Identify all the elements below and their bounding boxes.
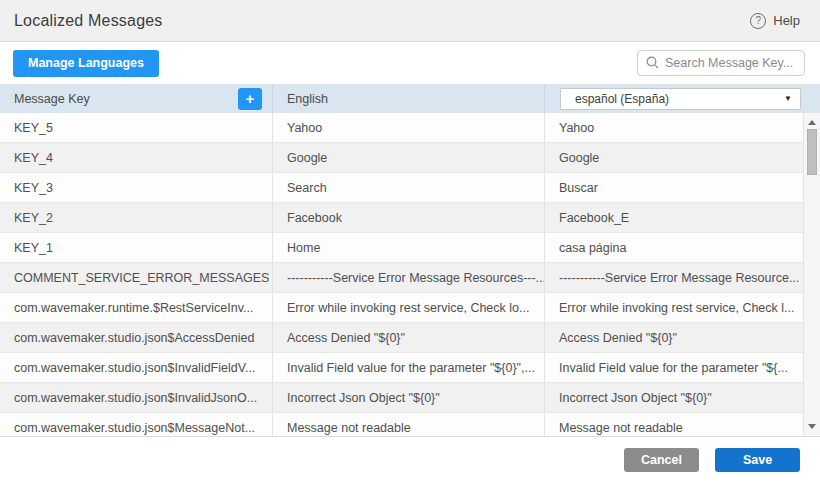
cell-message-key[interactable]: com.wavemaker.studio.json$InvalidFieldV.…	[0, 353, 273, 382]
cell-english[interactable]: Search	[273, 173, 545, 202]
cell-localized[interactable]: Facebook_E	[545, 203, 820, 232]
english-header-label: English	[287, 92, 328, 106]
cell-message-key[interactable]: com.wavemaker.studio.json$AccessDenied	[0, 323, 273, 352]
table-row[interactable]: KEY_3 Search Buscar	[0, 173, 820, 203]
search-box	[637, 50, 805, 76]
cell-english[interactable]: Message not readable	[273, 413, 545, 437]
table-header: Message Key + English español (España) ▼	[0, 84, 820, 113]
scrollbar-thumb[interactable]	[807, 129, 817, 175]
title-bar: Localized Messages ? Help	[0, 0, 820, 42]
cell-localized[interactable]: Buscar	[545, 173, 820, 202]
table-body: KEY_5 Yahoo Yahoo KEY_4 Google Google KE…	[0, 113, 820, 437]
column-header-english: English	[273, 84, 545, 113]
table-body-rows: KEY_5 Yahoo Yahoo KEY_4 Google Google KE…	[0, 113, 820, 437]
cell-english[interactable]: Access Denied "${0}"	[273, 323, 545, 352]
cell-english[interactable]: Incorrect Json Object "${0}"	[273, 383, 545, 412]
cell-message-key[interactable]: com.wavemaker.studio.json$InvalidJsonO..…	[0, 383, 273, 412]
cell-message-key[interactable]: KEY_3	[0, 173, 273, 202]
cell-message-key[interactable]: KEY_5	[0, 113, 273, 142]
table-row[interactable]: KEY_2 Facebook Facebook_E	[0, 203, 820, 233]
cell-localized[interactable]: -----------Service Error Message Resourc…	[545, 263, 820, 292]
column-header-language: español (España) ▼	[545, 84, 820, 113]
footer-action-bar: Cancel Save	[0, 437, 820, 487]
table-row[interactable]: com.wavemaker.studio.json$AccessDenied A…	[0, 323, 820, 353]
table-row[interactable]: com.wavemaker.studio.json$InvalidJsonO..…	[0, 383, 820, 413]
scroll-down-arrow-icon[interactable]	[804, 419, 820, 434]
cell-message-key[interactable]: KEY_4	[0, 143, 273, 172]
table-row[interactable]: com.wavemaker.runtime.$RestServiceInv...…	[0, 293, 820, 323]
table-row[interactable]: KEY_1 Home casa página	[0, 233, 820, 263]
search-input[interactable]	[637, 50, 805, 76]
localized-messages-dialog: Localized Messages ? Help Manage Languag…	[0, 0, 820, 487]
message-key-header-label: Message Key	[14, 92, 90, 106]
cell-english[interactable]: Facebook	[273, 203, 545, 232]
vertical-scrollbar[interactable]	[803, 113, 820, 436]
cell-english[interactable]: Error while invoking rest service, Check…	[273, 293, 545, 322]
cell-localized[interactable]: Incorrect Json Object "${0}"	[545, 383, 820, 412]
cell-english[interactable]: Google	[273, 143, 545, 172]
toolbar: Manage Languages	[0, 42, 820, 84]
cell-localized[interactable]: Yahoo	[545, 113, 820, 142]
table-row[interactable]: COMMENT_SERVICE_ERROR_MESSAGES ---------…	[0, 263, 820, 293]
table-row[interactable]: com.wavemaker.studio.json$MessageNot... …	[0, 413, 820, 437]
cell-message-key[interactable]: com.wavemaker.studio.json$MessageNot...	[0, 413, 273, 437]
cell-message-key[interactable]: KEY_2	[0, 203, 273, 232]
cell-message-key[interactable]: com.wavemaker.runtime.$RestServiceInv...	[0, 293, 273, 322]
column-header-message-key: Message Key +	[0, 84, 273, 113]
cell-message-key[interactable]: KEY_1	[0, 233, 273, 262]
cell-localized[interactable]: Message not readable	[545, 413, 820, 437]
help-icon: ?	[750, 13, 766, 29]
table-row[interactable]: com.wavemaker.studio.json$InvalidFieldV.…	[0, 353, 820, 383]
help-label: Help	[773, 13, 800, 28]
table-row[interactable]: KEY_5 Yahoo Yahoo	[0, 113, 820, 143]
add-language-button[interactable]: +	[238, 88, 262, 110]
cell-english[interactable]: Yahoo	[273, 113, 545, 142]
cell-english[interactable]: -----------Service Error Message Resourc…	[273, 263, 545, 292]
cell-english[interactable]: Home	[273, 233, 545, 262]
cell-localized[interactable]: Error while invoking rest service, Check…	[545, 293, 820, 322]
scroll-up-arrow-icon[interactable]	[804, 115, 820, 130]
save-button[interactable]: Save	[715, 448, 800, 472]
help-link[interactable]: ? Help	[750, 13, 800, 29]
page-title: Localized Messages	[14, 12, 163, 30]
cell-localized[interactable]: Invalid Field value for the parameter "$…	[545, 353, 820, 382]
cell-localized[interactable]: casa página	[545, 233, 820, 262]
cell-localized[interactable]: Google	[545, 143, 820, 172]
manage-languages-button[interactable]: Manage Languages	[13, 50, 159, 77]
cell-message-key[interactable]: COMMENT_SERVICE_ERROR_MESSAGES	[0, 263, 273, 292]
cell-english[interactable]: Invalid Field value for the parameter "$…	[273, 353, 545, 382]
language-select-value: español (España)	[575, 92, 669, 106]
cancel-button[interactable]: Cancel	[624, 448, 699, 472]
search-icon	[646, 56, 659, 69]
plus-icon: +	[246, 91, 255, 106]
chevron-down-icon: ▼	[784, 94, 792, 103]
table-row[interactable]: KEY_4 Google Google	[0, 143, 820, 173]
language-select[interactable]: español (España) ▼	[560, 88, 801, 110]
cell-localized[interactable]: Access Denied "${0}"	[545, 323, 820, 352]
